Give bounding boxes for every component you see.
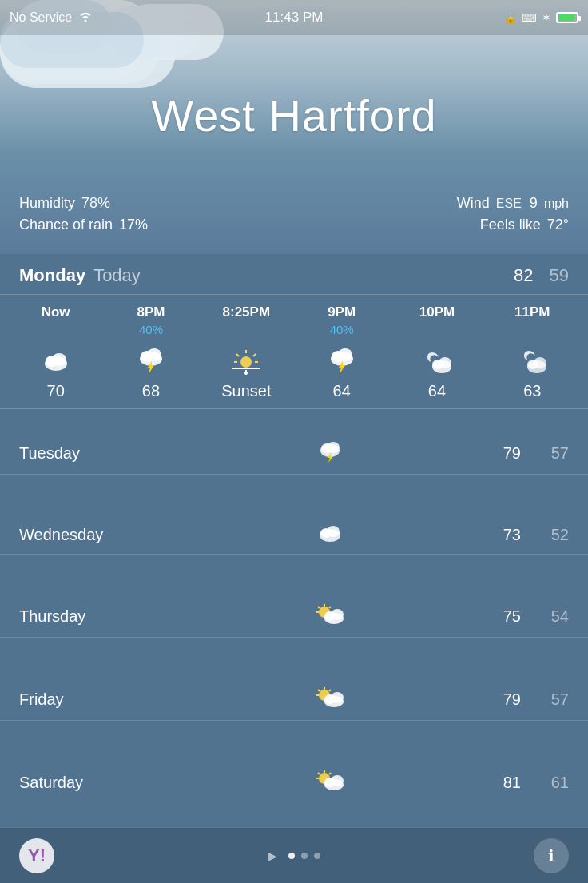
thursday-icon bbox=[179, 603, 481, 630]
wind-speed: 9 bbox=[530, 195, 538, 212]
svg-point-32 bbox=[327, 526, 340, 537]
svg-line-43 bbox=[329, 690, 331, 691]
status-time: 11:43 PM bbox=[265, 10, 324, 26]
city-header: West Hartford bbox=[0, 35, 588, 195]
days-section: Monday Today 82 59 Now bbox=[0, 254, 588, 883]
svg-point-5 bbox=[147, 348, 161, 361]
svg-point-22 bbox=[439, 357, 451, 368]
keyboard-icon: ⌨ bbox=[522, 12, 537, 24]
svg-point-48 bbox=[331, 692, 344, 703]
hour-item-now: Now 70 bbox=[16, 304, 96, 400]
lock-icon: 🔒 bbox=[504, 12, 517, 24]
daily-section: Tuesday 79 57 Wednesday bbox=[0, 409, 588, 827]
svg-line-44 bbox=[318, 690, 320, 691]
humidity-value: 78% bbox=[81, 195, 110, 212]
hour-item-8pm: 8PM 40% 68 bbox=[111, 304, 191, 400]
hour-item-10pm: 10PM 64 bbox=[397, 304, 477, 400]
info-button[interactable]: ℹ bbox=[534, 838, 569, 873]
page-dot-3 bbox=[314, 853, 320, 859]
svg-point-25 bbox=[534, 357, 546, 368]
today-high: 82 bbox=[514, 265, 533, 286]
wind-dir: ESE bbox=[496, 197, 522, 211]
carrier-text: No Service bbox=[10, 10, 72, 25]
svg-point-40 bbox=[331, 609, 344, 620]
svg-line-36 bbox=[318, 607, 320, 608]
hour-item-11pm: 11PM 63 bbox=[492, 304, 572, 400]
location-arrow-icon: ▶ bbox=[268, 849, 277, 862]
day-row-wednesday: Wednesday 73 52 bbox=[0, 516, 588, 555]
status-bar: No Service 11:43 PM 🔒 ⌨ ✶ bbox=[0, 0, 588, 35]
bluetooth-icon: ✶ bbox=[542, 11, 551, 24]
page-dot-2 bbox=[301, 853, 308, 859]
svg-point-28 bbox=[327, 442, 340, 453]
wind-unit: mph bbox=[544, 197, 569, 211]
thunder-cloud-icon bbox=[137, 344, 165, 376]
yahoo-button[interactable]: Y! bbox=[19, 838, 54, 873]
today-header: Monday Today 82 59 bbox=[0, 254, 588, 295]
day-row-thursday: Thursday 75 54 bbox=[0, 596, 588, 638]
night-cloud-icon bbox=[421, 344, 453, 376]
svg-line-35 bbox=[329, 607, 331, 608]
sunset-icon bbox=[230, 344, 262, 376]
svg-line-51 bbox=[329, 773, 331, 774]
city-name: West Hartford bbox=[151, 89, 436, 141]
weather-info: Humidity 78% Wind ESE 9 mph Chance of ra… bbox=[0, 195, 588, 254]
svg-line-11 bbox=[236, 354, 239, 356]
svg-point-7 bbox=[240, 356, 252, 368]
day-row-saturday: Saturday 81 61 bbox=[0, 762, 588, 803]
hourly-section: Now 70 8PM 40% bbox=[0, 295, 588, 409]
bottom-bar: Y! ▶ ℹ bbox=[0, 827, 588, 883]
feels-value: 72° bbox=[547, 217, 569, 233]
humidity-label: Humidity bbox=[19, 195, 75, 212]
day-row-friday: Friday 79 57 bbox=[0, 679, 588, 721]
wednesday-icon bbox=[179, 523, 481, 547]
cloud-icon bbox=[42, 344, 70, 376]
today-day: Monday bbox=[19, 265, 85, 286]
wifi-icon bbox=[78, 10, 93, 25]
thunder-icon-9pm bbox=[328, 344, 356, 376]
main-content: West Hartford Humidity 78% Wind ESE 9 mp… bbox=[0, 35, 588, 883]
rain-label: Chance of rain bbox=[19, 217, 113, 233]
hour-item-9pm: 9PM 40% 64 bbox=[302, 304, 382, 400]
tuesday-icon bbox=[179, 440, 481, 467]
battery-icon bbox=[556, 12, 578, 23]
night-partly-icon bbox=[516, 344, 548, 376]
friday-icon bbox=[179, 686, 481, 714]
page-dot-1 bbox=[288, 853, 295, 859]
svg-point-18 bbox=[338, 348, 352, 361]
today-low: 59 bbox=[550, 265, 569, 286]
svg-marker-15 bbox=[244, 372, 248, 375]
today-label: Today bbox=[93, 265, 514, 286]
svg-point-2 bbox=[52, 353, 66, 366]
svg-line-52 bbox=[318, 773, 320, 774]
wind-label: Wind bbox=[457, 195, 490, 212]
feels-label: Feels like bbox=[480, 217, 541, 233]
saturday-icon bbox=[179, 769, 481, 797]
hour-item-sunset: 8:25PM bbox=[206, 304, 286, 400]
rain-value: 17% bbox=[119, 217, 148, 233]
hourly-row: Now 70 8PM 40% bbox=[0, 304, 588, 400]
svg-point-56 bbox=[331, 775, 344, 786]
day-row-tuesday: Tuesday 79 57 bbox=[0, 433, 588, 475]
page-indicator: ▶ bbox=[268, 849, 320, 862]
svg-line-9 bbox=[253, 354, 256, 356]
